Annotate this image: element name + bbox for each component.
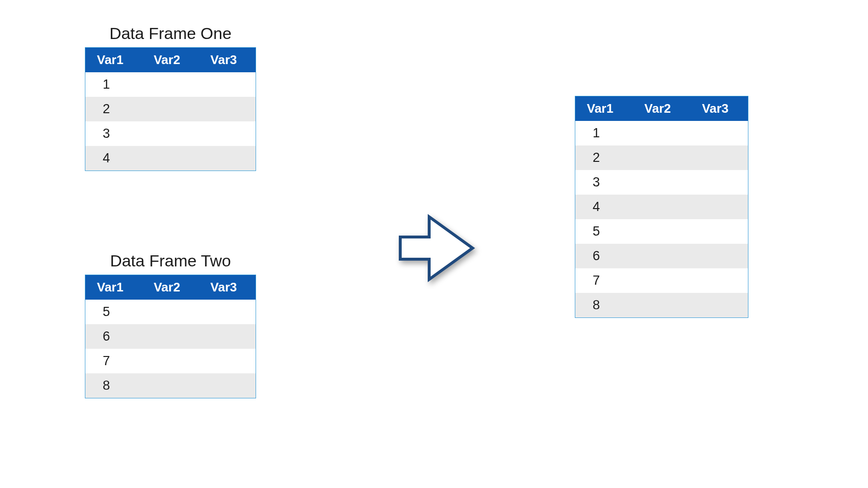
cell: [142, 146, 199, 171]
cell: [142, 349, 199, 373]
table-row: 1: [575, 121, 748, 145]
table-row: 1: [85, 72, 256, 97]
cell: [199, 324, 256, 349]
header-col2: Var2: [142, 48, 199, 72]
table-row: 4: [575, 195, 748, 219]
cell: [691, 145, 748, 170]
header-col1: Var1: [575, 96, 633, 121]
cell: [633, 170, 690, 195]
table-row: 8: [575, 293, 748, 317]
cell: [633, 268, 690, 293]
cell: [199, 349, 256, 373]
table-row: 5: [575, 219, 748, 244]
cell: [633, 293, 690, 317]
header-col3: Var3: [691, 96, 748, 121]
cell: [142, 121, 199, 146]
cell: 1: [85, 72, 142, 97]
cell: [142, 324, 199, 349]
cell: 4: [575, 195, 633, 219]
table-row: 7: [575, 268, 748, 293]
table-header: Var1 Var2 Var3: [85, 275, 256, 300]
dataframe-one: Var1 Var2 Var3 1 2 3 4: [85, 47, 256, 171]
cell: 6: [575, 244, 633, 268]
header-col2: Var2: [142, 275, 199, 300]
cell: 8: [85, 373, 142, 398]
dataframe-two-title: Data Frame Two: [85, 251, 256, 270]
cell: [142, 72, 199, 97]
table-row: 6: [85, 324, 256, 349]
cell: [691, 293, 748, 317]
cell: 1: [575, 121, 633, 145]
cell: 5: [575, 219, 633, 244]
table-header: Var1 Var2 Var3: [575, 96, 748, 121]
table-row: 2: [575, 145, 748, 170]
dataframe-result: Var1 Var2 Var3 1 2 3 4 5 6 7 8: [575, 96, 748, 318]
cell: [691, 195, 748, 219]
header-col2: Var2: [633, 96, 690, 121]
cell: 5: [85, 300, 142, 324]
cell: 6: [85, 324, 142, 349]
cell: 2: [85, 97, 142, 121]
cell: [691, 244, 748, 268]
table-row: 6: [575, 244, 748, 268]
header-col3: Var3: [199, 48, 256, 72]
header-col1: Var1: [85, 275, 142, 300]
header-col1: Var1: [85, 48, 142, 72]
table-row: 7: [85, 349, 256, 373]
cell: 7: [85, 349, 142, 373]
cell: [142, 300, 199, 324]
table-header: Var1 Var2 Var3: [85, 48, 256, 72]
table-row: 8: [85, 373, 256, 398]
cell: [633, 244, 690, 268]
table-row: 2: [85, 97, 256, 121]
cell: [691, 170, 748, 195]
cell: 2: [575, 145, 633, 170]
cell: 8: [575, 293, 633, 317]
cell: [199, 121, 256, 146]
cell: [691, 121, 748, 145]
table-row: 4: [85, 146, 256, 171]
svg-marker-0: [400, 217, 473, 279]
cell: [199, 373, 256, 398]
cell: [199, 72, 256, 97]
cell: [633, 145, 690, 170]
cell: [633, 195, 690, 219]
cell: [691, 268, 748, 293]
cell: [691, 219, 748, 244]
dataframe-one-title: Data Frame One: [85, 24, 256, 43]
cell: [142, 97, 199, 121]
dataframe-two: Var1 Var2 Var3 5 6 7 8: [85, 275, 256, 398]
cell: [199, 97, 256, 121]
table-row: 5: [85, 300, 256, 324]
cell: 4: [85, 146, 142, 171]
cell: [199, 300, 256, 324]
header-col3: Var3: [199, 275, 256, 300]
cell: [633, 121, 690, 145]
table-row: 3: [575, 170, 748, 195]
arrow-right-icon: [395, 212, 477, 284]
cell: [199, 146, 256, 171]
table-row: 3: [85, 121, 256, 146]
cell: [633, 219, 690, 244]
cell: 3: [85, 121, 142, 146]
cell: [142, 373, 199, 398]
cell: 7: [575, 268, 633, 293]
cell: 3: [575, 170, 633, 195]
